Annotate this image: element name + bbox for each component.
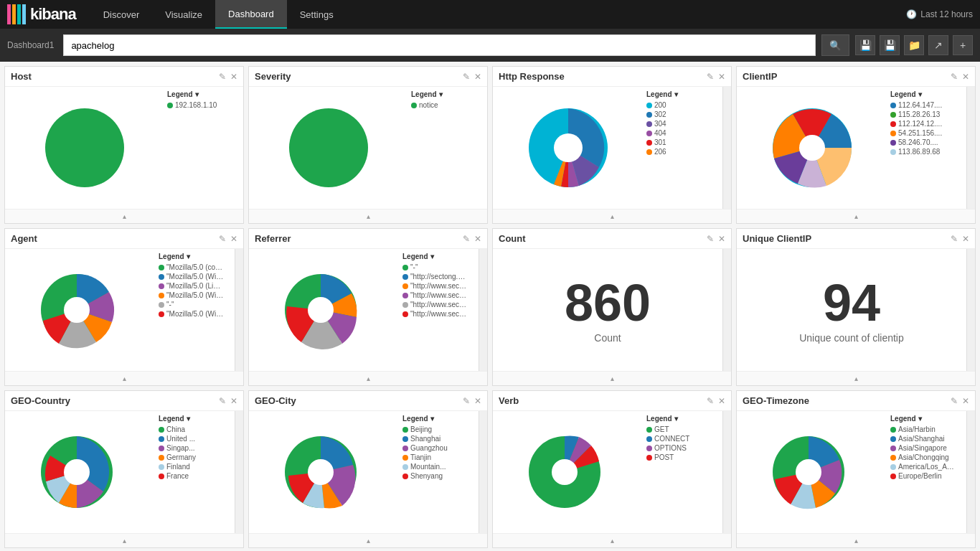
footer-arrow-icon: ▴ [854, 375, 858, 382]
widget-count: Count ✎ ✕ 860 Count ▴ [492, 228, 732, 386]
legend-dot [646, 140, 652, 146]
widget-http-edit[interactable]: ✎ [707, 72, 714, 82]
widget-geo-country-edit[interactable]: ✎ [219, 396, 226, 406]
legend-dot [402, 455, 408, 461]
legend-label: 206 [654, 148, 666, 156]
widget-referrer-title: Referrer [255, 233, 291, 244]
legend-item: "http://www.secton... [402, 282, 476, 290]
widget-agent-close[interactable]: ✕ [230, 234, 237, 244]
legend-scroll[interactable]: 112.64.147.... 115.28.26.13 112.124.12..… [890, 101, 963, 157]
toolbar: 💾 💾 📁 ↗ + [855, 35, 973, 55]
legend-dot [159, 427, 164, 433]
legend-label: GET [654, 425, 669, 433]
scrollbar[interactable] [235, 411, 243, 533]
kibana-wordmark: kibana [30, 5, 76, 24]
legend-item: 200 [646, 101, 720, 109]
svg-point-7 [64, 297, 90, 323]
legend-dot [890, 103, 896, 108]
nav-settings[interactable]: Settings [287, 0, 347, 29]
widget-count-edit[interactable]: ✎ [707, 234, 714, 244]
footer-arrow-icon: ▴ [123, 537, 126, 545]
logo-stripes [7, 4, 26, 24]
search-button[interactable]: 🔍 [821, 34, 849, 56]
widget-verb: Verb ✎ ✕ [492, 390, 732, 548]
scrollbar[interactable] [966, 249, 975, 371]
widget-referrer-close[interactable]: ✕ [474, 234, 481, 244]
time-range[interactable]: 🕐 Last 12 hours [906, 9, 973, 19]
count-label: Count [594, 332, 621, 344]
widget-verb-edit[interactable]: ✎ [707, 396, 714, 406]
widget-verb-close[interactable]: ✕ [718, 396, 725, 406]
legend-dot [646, 446, 652, 451]
legend-scroll[interactable]: Asia/Harbin Asia/Shanghai Asia/Singapore… [890, 425, 963, 481]
legend-item: France [159, 472, 232, 480]
widget-host-close[interactable]: ✕ [230, 72, 237, 82]
widget-geo-country-chart [5, 411, 156, 533]
stripe-pink [7, 4, 11, 24]
widget-geo-country-close[interactable]: ✕ [230, 396, 237, 406]
scrollbar[interactable] [722, 87, 731, 209]
legend-dot [402, 293, 408, 298]
widget-severity-close[interactable]: ✕ [474, 72, 481, 82]
widget-geo-timezone-close[interactable]: ✕ [962, 396, 969, 406]
widget-severity-edit[interactable]: ✎ [463, 72, 470, 82]
legend-item: China [159, 425, 232, 433]
widget-unique-clientip-header: Unique ClientIP ✎ ✕ [737, 229, 975, 249]
folder-button[interactable]: 📁 [904, 35, 924, 55]
widget-clientip-edit[interactable]: ✎ [951, 72, 958, 82]
legend-label: 112.124.12.... [898, 120, 942, 128]
legend-scroll[interactable]: China United ... Singap... Germany [159, 425, 232, 481]
widget-geo-city-header: GEO-City ✎ ✕ [249, 391, 487, 411]
legend-dot [402, 464, 408, 470]
widget-http-close[interactable]: ✕ [718, 72, 725, 82]
unique-clientip-value: 94 [823, 277, 880, 329]
add-button[interactable]: + [953, 35, 973, 55]
widget-unique-clientip-edit[interactable]: ✎ [951, 234, 958, 244]
scrollbar[interactable] [722, 249, 731, 371]
widget-geo-city-close[interactable]: ✕ [474, 396, 481, 406]
legend-dot [402, 436, 408, 442]
nav-dashboard[interactable]: Dashboard [215, 0, 287, 29]
legend-dot [646, 131, 652, 136]
legend-scroll[interactable]: Beijing Shanghai Guangzhou Tianjin [402, 425, 476, 481]
nav-discover[interactable]: Discover [90, 0, 153, 29]
legend-label: 302 [654, 110, 666, 118]
legend-item: America/Los_An... [890, 463, 963, 471]
widget-geo-city-edit[interactable]: ✎ [463, 396, 470, 406]
widget-geo-city-legend: Legend ▾ Beijing Shanghai Guangzhou [400, 411, 479, 533]
save-button[interactable]: 💾 [855, 35, 875, 55]
legend-scroll[interactable]: 200 302 304 404 [646, 101, 720, 157]
scrollbar[interactable] [722, 411, 731, 533]
legend-dot [159, 455, 164, 461]
widget-http-legend: Legend ▾ 200 302 304 [644, 87, 722, 209]
widget-unique-clientip-close[interactable]: ✕ [962, 234, 969, 244]
widget-agent-legend: Legend ▾ "Mozilla/5.0 (comp... "Mozilla/… [156, 249, 235, 371]
load-button[interactable]: 💾 [880, 35, 900, 55]
legend-scroll[interactable]: "Mozilla/5.0 (comp... "Mozilla/5.0 (Wind… [159, 263, 232, 319]
legend-scroll[interactable]: GET CONNECT OPTIONS POST [646, 425, 720, 463]
widget-agent-edit[interactable]: ✎ [219, 234, 226, 244]
svg-point-11 [64, 459, 90, 485]
scrollbar[interactable] [479, 411, 487, 533]
widget-count-close[interactable]: ✕ [718, 234, 725, 244]
widget-referrer-footer: ▴ [249, 371, 487, 385]
nav-visualize[interactable]: Visualize [152, 0, 215, 29]
stripe-teal [17, 4, 21, 24]
legend-dot [159, 446, 164, 451]
legend-dot [890, 112, 896, 118]
widget-host-edit[interactable]: ✎ [219, 72, 226, 82]
legend-dot [402, 474, 408, 479]
widget-geo-timezone-edit[interactable]: ✎ [951, 396, 958, 406]
scrollbar[interactable] [966, 411, 975, 533]
share-button[interactable]: ↗ [928, 35, 948, 55]
search-input[interactable] [63, 34, 816, 56]
scrollbar[interactable] [479, 249, 487, 371]
widget-referrer-edit[interactable]: ✎ [463, 234, 470, 244]
widget-host-legend-title: Legend ▾ [167, 90, 240, 98]
widget-unique-clientip-content: 94 Unique count of clientip [737, 249, 975, 371]
legend-item: 404 [646, 129, 720, 137]
scrollbar[interactable] [966, 87, 975, 209]
scrollbar[interactable] [235, 249, 243, 371]
legend-scroll[interactable]: "-" "http://sectong.com/... "http://www.… [402, 263, 476, 319]
widget-clientip-close[interactable]: ✕ [962, 72, 969, 82]
